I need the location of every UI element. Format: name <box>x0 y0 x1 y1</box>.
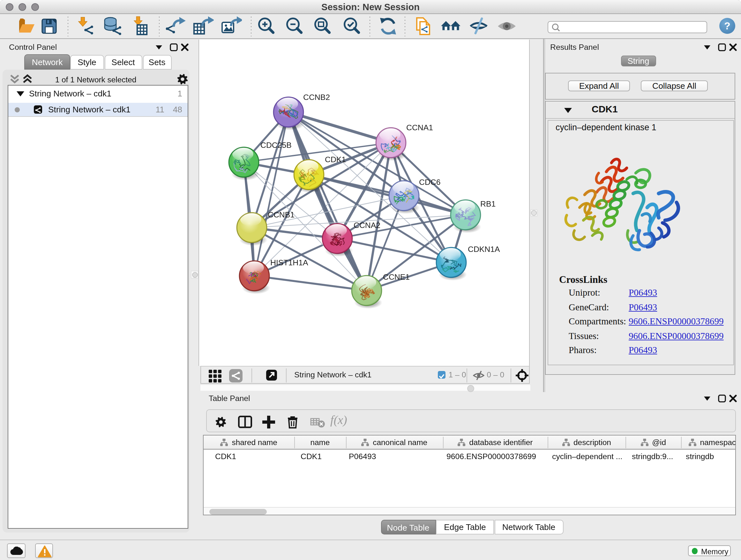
svg-text:CDKN1A: CDKN1A <box>468 245 500 253</box>
svg-text:RB1: RB1 <box>480 199 495 208</box>
svg-text:CCNB2: CCNB2 <box>303 92 330 101</box>
svg-text:HIST1H1A: HIST1H1A <box>270 258 308 266</box>
svg-text:CDC25B: CDC25B <box>260 140 292 149</box>
svg-text:CCNE1: CCNE1 <box>383 272 410 281</box>
svg-text:CDK1: CDK1 <box>325 155 346 164</box>
svg-text:CCNA2: CCNA2 <box>354 221 381 229</box>
svg-text:CDC6: CDC6 <box>419 178 441 186</box>
svg-text:CCNA1: CCNA1 <box>406 123 433 132</box>
svg-text:CCNB1: CCNB1 <box>268 210 294 219</box>
